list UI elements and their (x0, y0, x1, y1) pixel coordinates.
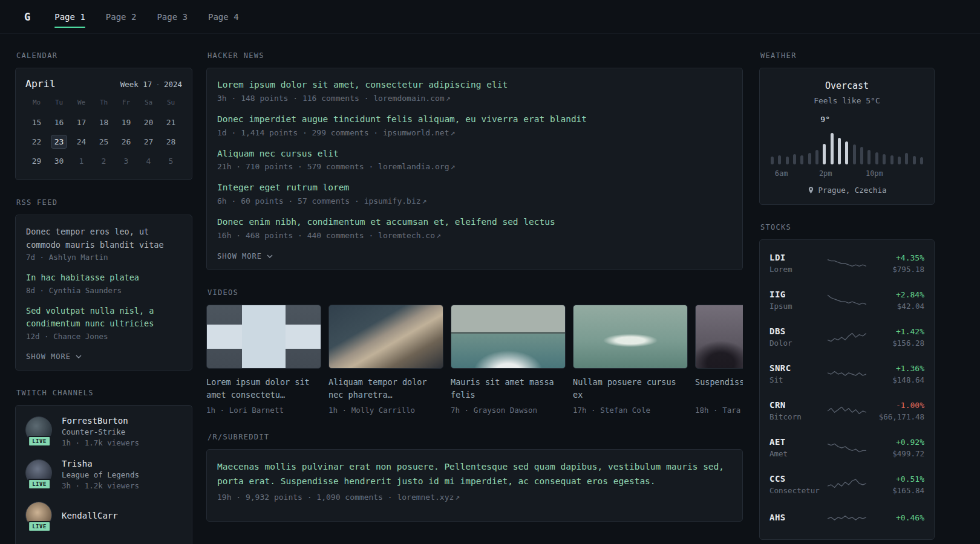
weather-bar (845, 141, 848, 164)
calendar-day[interactable]: 4 (140, 154, 157, 168)
nav-tab[interactable]: Page 4 (208, 0, 239, 33)
calendar-day[interactable]: 1 (73, 154, 90, 168)
calendar-day[interactable]: 27 (140, 135, 157, 149)
hackernews-item: Donec imperdiet augue tincidunt felis al… (217, 113, 732, 137)
live-badge: LIVE (28, 436, 51, 447)
calendar-day-header: Sa (145, 99, 152, 106)
rss-item-title[interactable]: In hac habitasse platea (26, 271, 181, 285)
twitch-channel[interactable]: LIVE Trisha League of Legends 3h · 1.2k … (25, 459, 182, 490)
stock-price: $499.72 (872, 449, 924, 458)
stock-name: Dolor (769, 338, 822, 348)
stock-row[interactable]: SNRC Sit +1.36% $148.64 (769, 355, 924, 392)
video-thumbnail[interactable] (695, 305, 743, 369)
weather-condition: Overcast (769, 80, 924, 91)
hackernews-show-more-button[interactable]: SHOW MORE (217, 252, 273, 261)
stock-row[interactable]: CRN Bitcorn -1.00% $66,171.48 (769, 392, 924, 429)
video-thumbnail[interactable] (206, 305, 321, 369)
stock-symbol: SNRC (769, 363, 822, 373)
calendar-day[interactable]: 2 (96, 154, 112, 168)
calendar-day[interactable]: 24 (73, 135, 90, 149)
rss-item-title[interactable]: Donec tempor eros leo, ut commodo mauris… (26, 225, 181, 251)
stock-values: -1.00% $66,171.48 (872, 401, 924, 421)
weather-section: WEATHER Overcast Feels like 5°C 9° 6am2p… (759, 51, 935, 205)
video-thumbnail[interactable] (328, 305, 443, 369)
channel-info: Trisha League of Legends 3h · 1.2k viewe… (62, 459, 139, 490)
hackernews-item-title[interactable]: Donec enim nibh, condimentum et accumsan… (217, 216, 732, 229)
stock-row[interactable]: LDI Lorem +4.35% $795.18 (769, 245, 924, 282)
live-badge: LIVE (28, 521, 51, 532)
calendar-day[interactable]: 29 (28, 154, 45, 168)
subreddit-post-meta: 19h · 9,932 points · 1,090 comments · lo… (217, 493, 732, 502)
twitch-section-title: TWITCH CHANNELS (16, 389, 192, 397)
calendar-day[interactable]: 22 (28, 135, 45, 149)
calendar-day[interactable]: 20 (140, 115, 157, 129)
calendar-day-header: We (77, 99, 85, 106)
nav-tab[interactable]: Page 3 (157, 0, 188, 33)
calendar-day[interactable]: 17 (73, 115, 90, 129)
calendar-day[interactable]: 18 (96, 115, 112, 129)
rss-item: Donec tempor eros leo, ut commodo mauris… (26, 225, 181, 262)
video-item[interactable]: Suspendisse diam 18h · Tara (695, 305, 743, 415)
twitch-widget: LIVE ForrestBurton Counter-Strike 1h · 1… (15, 405, 192, 544)
hackernews-section: HACKER NEWS Lorem ipsum dolor sit amet, … (206, 51, 743, 270)
video-item[interactable]: Lorem ipsum dolor sit amet consectetu… 1… (206, 305, 321, 415)
video-thumbnail[interactable] (451, 305, 566, 369)
calendar-week-year: Week 17·2024 (120, 80, 182, 89)
calendar-day[interactable]: 16 (51, 115, 67, 129)
stock-name: Ipsum (769, 302, 822, 311)
stock-sparkline (828, 440, 866, 456)
calendar-day[interactable]: 15 (28, 115, 45, 129)
hackernews-item-title[interactable]: Aliquam nec cursus elit (217, 147, 732, 161)
stock-symbol: LDI (769, 253, 822, 262)
stock-symbol: CCS (769, 474, 822, 484)
video-thumbnail[interactable] (573, 305, 688, 369)
stock-name: Amet (769, 449, 822, 458)
calendar-day[interactable]: 5 (163, 154, 179, 168)
stock-identity: SNRC Sit (769, 363, 822, 384)
video-item[interactable]: Mauris sit amet massa felis 7h · Grayson… (451, 305, 566, 415)
left-column: CALENDAR April Week 17·2024 MoTuWeThFrSa… (15, 51, 192, 544)
stock-row[interactable]: DBS Dolor +1.42% $156.28 (769, 319, 924, 355)
location-pin-icon (808, 186, 814, 194)
calendar-day[interactable]: 26 (118, 135, 134, 149)
channel-meta: 3h · 1.2k viewers (62, 481, 139, 490)
video-item[interactable]: Aliquam tempor dolor nec pharetra… 1h · … (328, 305, 443, 415)
stock-row[interactable]: AET Amet +0.92% $499.72 (769, 429, 924, 466)
twitch-section: TWITCH CHANNELS LIVE ForrestBurton Count… (15, 389, 192, 544)
external-link-icon: ↗ (451, 162, 456, 171)
rss-list: Donec tempor eros leo, ut commodo mauris… (26, 225, 181, 341)
nav-tab[interactable]: Page 2 (106, 0, 137, 33)
stock-row[interactable]: IIG Ipsum +2.84% $42.04 (769, 282, 924, 319)
channel-info: KendallCarr (62, 511, 118, 522)
calendar-day[interactable]: 3 (118, 154, 134, 168)
stock-change: +0.51% (872, 474, 924, 484)
calendar-day[interactable]: 28 (163, 135, 179, 149)
rss-show-more-button[interactable]: SHOW MORE (26, 352, 82, 361)
calendar-day[interactable]: 21 (163, 115, 179, 129)
stock-identity: LDI Lorem (769, 253, 822, 274)
stock-row[interactable]: CCS Consectetur +0.51% $165.84 (769, 466, 924, 503)
subreddit-section: /R/SUBREDDIT Maecenas mollis pulvinar er… (206, 433, 743, 522)
top-nav: G Page 1 Page 2 Page 3 Page 4 (0, 0, 980, 34)
subreddit-post-title[interactable]: Maecenas mollis pulvinar erat non posuer… (217, 460, 732, 489)
calendar-day[interactable]: 25 (96, 135, 112, 149)
hackernews-item-title[interactable]: Integer eget rutrum lorem (217, 181, 732, 195)
video-title: Nullam posuere cursus ex (573, 376, 688, 401)
twitch-channel[interactable]: LIVE ForrestBurton Counter-Strike 1h · 1… (25, 416, 182, 447)
weather-bar (905, 153, 908, 164)
hackernews-item-title[interactable]: Lorem ipsum dolor sit amet, consectetur … (217, 79, 732, 92)
video-item[interactable]: Nullam posuere cursus ex 17h · Stefan Co… (573, 305, 688, 415)
nav-tab[interactable]: Page 1 (54, 0, 85, 33)
twitch-channel[interactable]: LIVE KendallCarr (25, 502, 182, 532)
subreddit-post-list: Maecenas mollis pulvinar erat non posuer… (217, 460, 732, 502)
hackernews-item: Lorem ipsum dolor sit amet, consectetur … (217, 79, 732, 103)
calendar-day[interactable]: 30 (51, 154, 67, 168)
stock-row[interactable]: AHS +0.46% (769, 503, 924, 534)
calendar-day[interactable]: 19 (118, 115, 134, 129)
hackernews-item-title[interactable]: Donec imperdiet augue tincidunt felis al… (217, 113, 732, 126)
stock-identity: CCS Consectetur (769, 474, 822, 495)
calendar-day[interactable]: 23 (51, 135, 67, 149)
calendar-day-header: Fr (122, 99, 130, 106)
weather-bar (867, 150, 871, 164)
rss-item-title[interactable]: Sed volutpat nulla nisl, a condimentum n… (26, 305, 181, 331)
